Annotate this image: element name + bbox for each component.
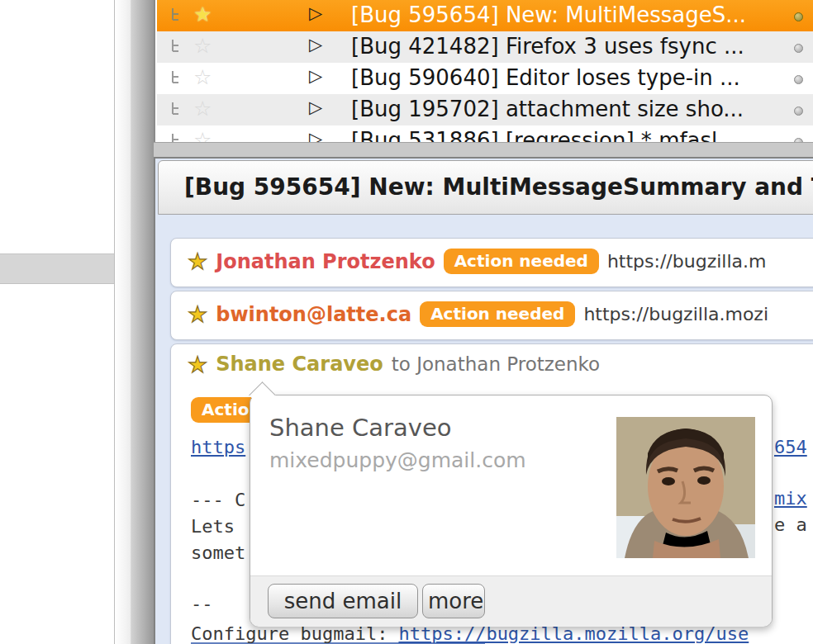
thread-list-row[interactable]: ☆ ▷ [Bug 531886] [regression] * mfasl xyxy=(157,125,813,144)
bug-url-link-fragment[interactable]: 654 xyxy=(774,437,807,457)
row-subject: [Bug 595654] New: MultiMessageS... xyxy=(351,2,789,27)
sender-name[interactable]: Jonathan Protzenko xyxy=(216,250,435,273)
row-subject: [Bug 590640] Editor loses type-in ... xyxy=(351,65,789,90)
body-text-line: somet xyxy=(191,542,245,563)
conversation-subject: [Bug 595654] New: MultiMessageSummary an… xyxy=(184,173,813,201)
conversation-subject-header: [Bug 595654] New: MultiMessageSummary an… xyxy=(158,160,813,215)
bug-url-link[interactable]: https xyxy=(191,437,245,457)
read-status-dot[interactable] xyxy=(794,107,803,116)
body-text-line: Lets xyxy=(191,516,235,537)
message-snippet: https://bugzilla.mozi xyxy=(583,304,768,324)
thread-list-row[interactable]: ☆ ▷ [Bug 590640] Editor loses type-in ..… xyxy=(157,63,813,94)
sender-name[interactable]: Shane Caraveo xyxy=(216,353,383,376)
background-divider-bar xyxy=(0,253,114,284)
star-icon[interactable]: ★ xyxy=(188,303,207,325)
thread-branch-icon xyxy=(169,8,184,26)
recipient-label: to Jonathan Protzenko xyxy=(392,353,600,375)
expand-twisty-icon[interactable]: ▷ xyxy=(309,66,322,86)
scrollbar-track[interactable] xyxy=(115,0,131,644)
star-icon[interactable]: ★ xyxy=(188,353,207,376)
thread-list-row[interactable]: ★ ▷ [Bug 595654] New: MultiMessageS... xyxy=(157,0,813,31)
star-icon[interactable]: ☆ xyxy=(193,97,212,121)
sender-name[interactable]: bwinton@latte.ca xyxy=(216,303,411,326)
contact-name: Shane Caraveo xyxy=(269,414,451,442)
contact-email: mixedpuppy@gmail.com xyxy=(269,448,526,472)
horizontal-pane-splitter[interactable] xyxy=(154,142,813,158)
thread-list-row[interactable]: ☆ ▷ [Bug 195702] attachment size sho... xyxy=(157,94,813,125)
star-icon[interactable]: ☆ xyxy=(193,34,212,58)
more-button[interactable]: more xyxy=(422,584,485,618)
popup-footer: send email more xyxy=(250,575,772,627)
send-email-button[interactable]: send email xyxy=(268,584,418,618)
read-status-dot[interactable] xyxy=(794,75,803,84)
email-link-fragment[interactable]: mix xyxy=(774,488,807,509)
star-icon[interactable]: ★ xyxy=(188,250,207,272)
contact-photo xyxy=(616,417,755,558)
body-text-line: --- C xyxy=(191,490,245,510)
thread-list-pane: ★ ▷ [Bug 595654] New: MultiMessageS... ☆… xyxy=(154,0,813,144)
message-card[interactable]: ★ Jonathan Protzenko Action needed https… xyxy=(170,238,813,287)
action-needed-badge: Action needed xyxy=(420,301,575,327)
expand-twisty-icon[interactable]: ▷ xyxy=(309,35,322,54)
read-status-dot[interactable] xyxy=(794,44,803,53)
star-icon[interactable]: ☆ xyxy=(193,65,212,89)
expand-twisty-icon[interactable]: ▷ xyxy=(309,3,322,23)
row-subject: [Bug 421482] Firefox 3 uses fsync ... xyxy=(351,34,789,59)
message-snippet: https://bugzilla.m xyxy=(607,251,767,272)
signature-dashes: -- xyxy=(191,594,213,614)
vertical-splitter[interactable] xyxy=(131,0,155,644)
action-needed-badge: Action needed xyxy=(444,249,599,274)
message-card[interactable]: ★ bwinton@latte.ca Action needed https:/… xyxy=(170,291,813,340)
contact-card-popup: Shane Caraveo mixedpuppy@gmail.com send … xyxy=(250,395,773,627)
body-text-fragment: e a xyxy=(774,514,807,535)
thread-branch-icon xyxy=(169,102,184,120)
row-subject: [Bug 195702] attachment size sho... xyxy=(351,97,789,121)
thread-branch-icon xyxy=(169,40,184,57)
read-status-dot[interactable] xyxy=(794,12,803,21)
background-window-panel xyxy=(0,0,115,644)
expand-twisty-icon[interactable]: ▷ xyxy=(309,97,322,117)
thread-branch-icon xyxy=(169,71,184,88)
star-icon[interactable]: ★ xyxy=(193,2,212,26)
thread-list-row[interactable]: ☆ ▷ [Bug 421482] Firefox 3 uses fsync ..… xyxy=(157,31,813,63)
